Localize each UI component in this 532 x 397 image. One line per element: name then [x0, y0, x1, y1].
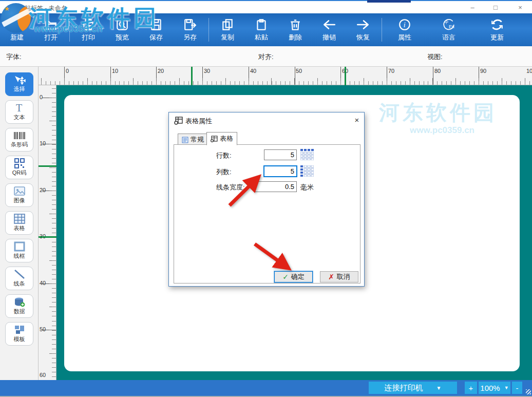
tab-table[interactable]: 表格 [206, 132, 237, 145]
status-bar: 连接打印机 ▼ + 100%▼ - [0, 380, 532, 396]
database-icon [13, 297, 26, 307]
ruler-number: 20 [158, 68, 164, 74]
toolbar-separator [382, 18, 382, 42]
ruler-number: 10 [112, 68, 118, 74]
save-as-button[interactable]: 另存 [173, 15, 207, 45]
tool-data[interactable]: 数据 [5, 294, 33, 318]
table-properties-dialog: 表格属性 × 常规 表格 行数: 列数: 线条宽度: 毫米 ✓确定 ✗取消 [168, 112, 365, 287]
zoom-out-button[interactable]: - [512, 382, 522, 394]
select-cursor-icon [13, 75, 26, 85]
line-width-unit: 毫米 [300, 183, 314, 192]
canvas-watermark-text: 河东软件园 [379, 99, 497, 127]
tool-frame[interactable]: 线框 [5, 239, 33, 262]
check-icon: ✓ [282, 273, 289, 281]
ruler-number: 50 [296, 68, 302, 74]
ruler-number: 90 [480, 68, 486, 74]
tool-image[interactable]: 图像 [5, 183, 33, 207]
delete-button[interactable]: 删除 [278, 15, 312, 45]
rows-grid-icon[interactable] [300, 149, 314, 162]
paste-button[interactable]: 粘贴 [244, 15, 278, 45]
line-width-input[interactable] [254, 181, 297, 192]
tab-general[interactable]: 常规 [178, 134, 208, 145]
language-button[interactable]: 中En 语言 [432, 15, 466, 45]
line-width-label: 线条宽度: [216, 183, 245, 192]
screenshot-artifact [367, 0, 411, 3]
dialog-close-icon[interactable]: × [352, 116, 362, 125]
tool-template[interactable]: 模板 [5, 322, 33, 346]
vertical-ruler: 0 10 20 30 40 50 60 [39, 85, 56, 380]
chevron-down-icon: ▼ [436, 385, 442, 391]
x-icon: ✗ [328, 273, 334, 281]
ruler-number: 30 [204, 68, 210, 74]
resize-grip[interactable] [526, 389, 531, 394]
ok-button[interactable]: ✓确定 [274, 271, 313, 282]
columns-label: 列数: [216, 167, 232, 177]
refresh-icon [490, 18, 504, 31]
minimize-button[interactable]: – [465, 3, 480, 12]
canvas-watermark-url: www.pc0359.cn [410, 125, 474, 136]
tool-table[interactable]: 表格 [5, 211, 33, 235]
ruler-number: 80 [434, 68, 441, 74]
text-icon: T [14, 103, 25, 113]
watermark-site-url: www.pc0359.cn [34, 24, 102, 34]
connect-printer-button[interactable]: 连接打印机 ▼ [369, 382, 457, 394]
cancel-button[interactable]: ✗取消 [320, 271, 358, 282]
svg-text:i: i [404, 21, 406, 29]
table-properties-icon [174, 117, 183, 127]
undo-button[interactable]: 撤销 [312, 15, 346, 45]
rows-label: 行数: [216, 151, 232, 160]
rectangle-frame-icon [14, 241, 25, 252]
columns-input[interactable] [264, 166, 297, 177]
tool-barcode[interactable]: 条形码 [5, 128, 33, 152]
tool-select[interactable]: 选择 [5, 72, 33, 96]
image-icon [13, 186, 26, 196]
trash-icon [289, 18, 302, 31]
language-icon: 中En [442, 18, 455, 31]
info-icon: i [398, 18, 411, 31]
object-align-label: 对齐: [258, 52, 274, 62]
tool-palette: 选择 T 文本 条形码 QR码 图像 表格 线框 线条 [0, 67, 39, 380]
redo-arrow-icon [356, 18, 370, 31]
redo-button[interactable]: 恢复 [346, 15, 380, 45]
table-tab-icon [211, 136, 218, 142]
ruler-number: 0 [40, 94, 43, 100]
ruler-marker-green [345, 67, 346, 85]
ruler-number: 70 [388, 68, 394, 74]
svg-text:中: 中 [444, 19, 449, 24]
tool-qrcode[interactable]: QR码 [5, 156, 33, 179]
update-button[interactable]: 更新 [480, 15, 514, 45]
format-toolbar: 字体: 黑体▾ 小五▾ A▴ B I U S A▾ 对齐: 视图: 90 [0, 46, 532, 67]
dialog-title: 表格属性 [185, 117, 212, 126]
tab-page [174, 144, 360, 283]
table-icon [14, 214, 25, 224]
undo-arrow-icon [322, 18, 336, 31]
tool-line[interactable]: 线条 [5, 267, 33, 290]
ruler-number: 0 [66, 68, 69, 74]
general-tab-icon [182, 137, 188, 143]
watermark-globe-logo: ★ [1, 3, 31, 33]
ruler-number: 50 [40, 326, 46, 332]
horizontal-ruler: 0 10 20 30 40 50 60 70 80 90 100 [39, 67, 532, 85]
zoom-in-button[interactable]: + [465, 382, 477, 394]
tool-text[interactable]: T 文本 [5, 100, 33, 124]
chevron-down-icon: ▼ [504, 385, 509, 390]
template-blocks-icon [14, 325, 25, 335]
columns-grid-icon[interactable] [300, 165, 314, 179]
copy-button[interactable]: 复制 [211, 15, 244, 45]
font-label: 字体: [6, 52, 22, 62]
qr-code-icon [14, 158, 25, 168]
save-as-icon [183, 18, 197, 31]
rows-input[interactable] [264, 149, 297, 160]
view-label: 视图: [427, 52, 443, 62]
close-button[interactable]: × [512, 3, 528, 12]
ruler-marker-green [39, 236, 56, 238]
ruler-number: 10 [40, 140, 46, 146]
ruler-number: 40 [40, 280, 46, 286]
ruler-marker-green [39, 165, 56, 167]
barcode-icon [13, 131, 26, 140]
ruler-number: 60 [40, 372, 46, 378]
properties-button[interactable]: i 属性 [388, 15, 422, 45]
maximize-button[interactable]: □ [488, 3, 503, 12]
zoom-level-select[interactable]: 100%▼ [479, 382, 510, 394]
svg-text:T: T [16, 103, 22, 113]
